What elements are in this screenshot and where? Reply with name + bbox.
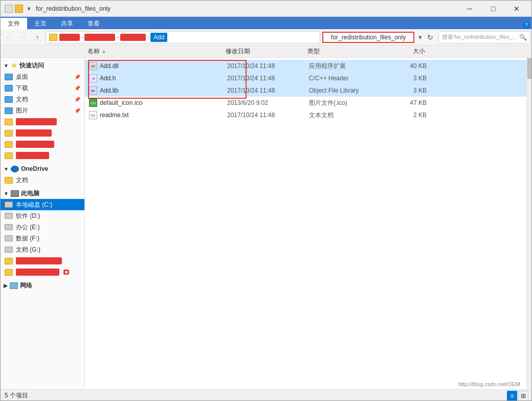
disk-icon (5, 202, 13, 208)
back-button[interactable]: ← (3, 31, 15, 43)
path-segment-add: Add (150, 33, 167, 42)
sidebar-item-redacted-1[interactable] (1, 116, 84, 127)
sidebar-item-onedrive-docs[interactable]: 文档 (1, 174, 84, 186)
tab-file[interactable]: 文件 (1, 18, 27, 29)
folder-icon (5, 152, 13, 159)
redacted-label (16, 269, 59, 276)
table-row[interactable]: txt readme.txt 2017/10/24 11:48 文本文档 2 K… (85, 109, 532, 121)
close-button[interactable]: ✕ (505, 1, 528, 17)
sidebar-item-redacted-4[interactable] (1, 150, 84, 161)
file-area: dll Add.dll 2017/10/24 11:48 应用程序扩展 40 K… (85, 58, 532, 389)
sidebar-item-drive-d[interactable]: 软件 (D:) (1, 210, 84, 221)
disk-icon (5, 213, 13, 219)
sidebar-item-drive-g[interactable]: 文档 (G:) (1, 244, 84, 255)
left-resize-handle[interactable] (1, 1, 4, 401)
sidebar-section-quick-access[interactable]: ▼ ★ 快速访问 (1, 60, 84, 71)
titlebar-icons: ▼ (5, 5, 32, 13)
sort-arrow: ∧ (102, 50, 105, 54)
col-date-header[interactable]: 修改日期 (226, 47, 307, 56)
badge: ■ (63, 270, 69, 275)
titlebar-icon-folder (15, 5, 23, 13)
redacted-label (16, 257, 62, 264)
sidebar-item-drive-e[interactable]: 办公 (E:) (1, 221, 84, 233)
file-name: readme.txt (100, 112, 129, 119)
sidebar-item-redacted-6[interactable]: ■ (1, 266, 84, 278)
folder-icon (5, 177, 13, 184)
sidebar-item-pictures[interactable]: 图片 📌 (1, 105, 84, 116)
file-type: 图片文件(.ico) (309, 99, 391, 107)
table-row[interactable]: dll Add.dll 2017/10/24 11:48 应用程序扩展 40 K… (85, 60, 532, 72)
file-type: 应用程序扩展 (309, 62, 391, 71)
tab-view[interactable]: 查看 (80, 18, 107, 29)
sidebar-item-documents[interactable]: 文档 📌 (1, 94, 84, 105)
file-name: Add.lib (100, 87, 119, 94)
table-row[interactable]: .h Add.h 2017/10/24 11:48 C/C++ Header 3… (85, 72, 532, 84)
up-button[interactable]: ↑ (31, 31, 43, 43)
folder-icon (5, 130, 13, 137)
tab-share[interactable]: 共享 (54, 18, 80, 29)
path-box[interactable]: › › › Add (46, 31, 320, 43)
sidebar-section-thispc[interactable]: ▼ 此电脑 (1, 188, 84, 199)
sidebar-item-redacted-5[interactable] (1, 255, 84, 266)
table-row[interactable]: ico default_icon.ico 2013/6/20 9:02 图片文件… (85, 97, 532, 109)
tab-home[interactable]: 主页 (27, 18, 54, 29)
sidebar-item-downloads[interactable]: 下载 📌 (1, 82, 84, 94)
sidebar-section-onedrive[interactable]: ▼ OneDrive (1, 163, 84, 174)
sidebar-item-redacted-2[interactable] (1, 127, 84, 139)
file-size: 40 KB (391, 62, 432, 70)
help-button[interactable]: ? (522, 21, 530, 29)
folder-icon (5, 96, 13, 103)
file-date: 2017/10/24 11:48 (227, 62, 309, 70)
folder-icon (5, 269, 13, 276)
titlebar-icon-small (5, 5, 13, 13)
file-size: 2 KB (391, 112, 432, 119)
watermark: http://blog.csdn.net/OEM (458, 381, 520, 387)
file-type: C/C++ Header (309, 75, 391, 82)
sidebar-item-drive-f[interactable]: 数据 (F:) (1, 233, 84, 244)
sidebar-item-redacted-3[interactable] (1, 139, 84, 150)
file-date: 2017/10/24 11:48 (227, 75, 309, 82)
computer-icon (11, 190, 19, 197)
file-name-cell: dll Add.dll (89, 62, 227, 70)
network-icon (10, 282, 18, 289)
txt-icon: txt (89, 111, 97, 119)
lib-icon: lib (89, 86, 97, 95)
disk-icon (5, 247, 13, 253)
window-title: for_redistribution_files_only (36, 5, 458, 12)
search-placeholder: 搜索'for_redistribution_files_... (442, 33, 517, 41)
file-size: 3 KB (391, 87, 432, 94)
bottom-resize-handle[interactable] (1, 398, 532, 401)
folder-icon (5, 74, 13, 80)
pin-icon: 📌 (74, 74, 80, 80)
forward-button[interactable]: → (17, 31, 29, 43)
file-name: Add.dll (100, 62, 119, 70)
disk-icon (5, 224, 13, 230)
file-type: Object File Library (309, 87, 391, 94)
file-name: default_icon.ico (100, 99, 142, 106)
col-name-header[interactable]: 名称 ∧ (87, 47, 226, 56)
h-icon: .h (89, 74, 97, 82)
current-folder-label[interactable]: for_redistribution_files_only (322, 32, 414, 43)
col-type-header[interactable]: 类型 (307, 47, 389, 56)
table-row[interactable]: lib Add.lib 2017/10/24 11:48 Object File… (85, 84, 532, 97)
column-headers: 名称 ∧ 修改日期 类型 大小 (1, 46, 532, 58)
ico-icon: ico (89, 99, 97, 107)
path-dropdown-button[interactable]: ▼ (417, 34, 423, 40)
search-box[interactable]: 搜索'for_redistribution_files_... 🔍 (438, 31, 530, 43)
scrollbar-thumb[interactable] (527, 58, 532, 79)
sidebar-item-drive-c[interactable]: 本地磁盘 (C:) (1, 199, 84, 210)
sidebar-item-desktop[interactable]: 桌面 📌 (1, 71, 84, 82)
folder-icon (5, 107, 13, 114)
path-redacted-2 (84, 34, 115, 41)
folder-icon (5, 85, 13, 92)
minimize-button[interactable]: ─ (458, 1, 481, 17)
addressbar: ← → ↑ › › › Add for_redistribution_files… (1, 29, 532, 46)
maximize-button[interactable]: □ (481, 1, 505, 17)
col-size-header[interactable]: 大小 (389, 47, 430, 56)
disk-icon (5, 235, 13, 241)
scrollbar-track[interactable] (526, 58, 532, 389)
file-size: 47 KB (391, 99, 432, 106)
refresh-button[interactable]: ↻ (424, 31, 436, 43)
sidebar-section-network[interactable]: ▶ 网络 (1, 280, 84, 291)
file-list: dll Add.dll 2017/10/24 11:48 应用程序扩展 40 K… (85, 58, 532, 123)
